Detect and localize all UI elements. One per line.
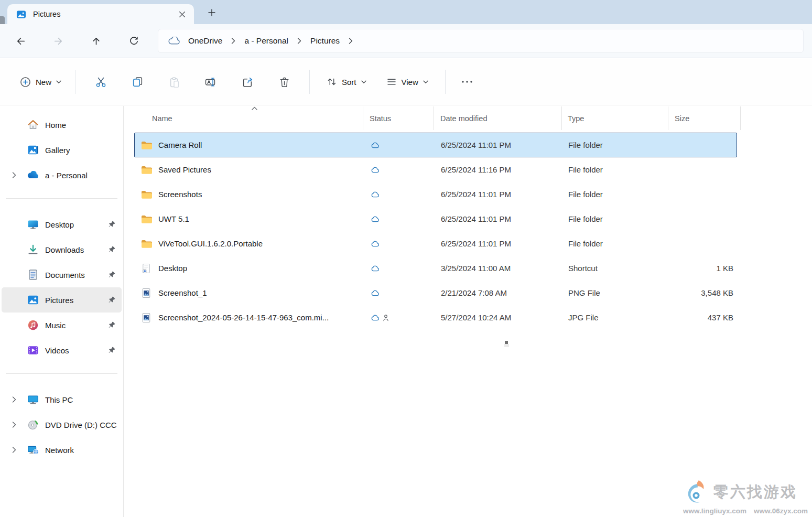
file-list-area: Name Status Date modified Type Size Came…	[124, 106, 812, 517]
downloads-icon	[27, 243, 39, 256]
column-header-status[interactable]: Status	[363, 106, 434, 130]
watermark: 零六找游戏 www.lingliuyx.com www.06zyx.com	[683, 479, 808, 515]
pushpin-icon	[108, 296, 116, 304]
see-more-button[interactable]	[456, 71, 479, 92]
column-header-name[interactable]: Name	[134, 106, 363, 130]
sidebar-item-label: Home	[45, 121, 66, 130]
image-file-icon	[141, 313, 153, 323]
sidebar-divider	[6, 373, 117, 374]
expand-chevron-icon[interactable]	[2, 172, 27, 178]
sidebar-item-gallery[interactable]: Gallery	[2, 137, 122, 163]
tab-pictures[interactable]: Pictures	[7, 4, 194, 24]
copy-button[interactable]	[125, 70, 150, 93]
sidebar-item-pictures[interactable]: Pictures	[2, 287, 122, 313]
cloud-status-icon	[371, 240, 380, 247]
pushpin-icon	[108, 346, 116, 354]
back-button[interactable]	[10, 31, 31, 51]
view-list-icon	[386, 77, 397, 87]
navigation-bar: OneDrive a - Personal Pictures	[0, 24, 812, 58]
up-button[interactable]	[85, 31, 106, 51]
plus-circle-icon	[20, 77, 31, 88]
tab-close-icon[interactable]	[175, 7, 189, 21]
watermark-logo	[683, 479, 710, 506]
sort-icon	[327, 77, 337, 87]
music-icon	[27, 319, 39, 331]
table-row[interactable]: Desktop 3/25/2024 11:00 AM Shortcut 1 KB	[134, 256, 737, 281]
forward-button[interactable]	[48, 31, 69, 51]
folder-icon	[141, 165, 153, 175]
sort-button-label: Sort	[342, 78, 356, 87]
paste-icon	[169, 77, 180, 88]
onedrive-cloud-icon	[168, 37, 180, 45]
expand-chevron-icon[interactable]	[2, 422, 27, 428]
sidebar-item-label: Pictures	[45, 296, 73, 305]
cut-button[interactable]	[88, 70, 113, 93]
column-header-type[interactable]: Type	[562, 106, 668, 130]
tab-bar: Pictures	[0, 0, 812, 24]
toolbar-divider	[445, 70, 446, 94]
table-row[interactable]: Screenshot_1 2/21/2024 7:08 AM PNG File …	[134, 281, 737, 305]
toolbar-divider	[309, 70, 310, 94]
expand-chevron-icon[interactable]	[2, 396, 27, 403]
chevron-down-icon	[423, 80, 428, 84]
chevron-right-icon	[349, 38, 353, 44]
sidebar-item-label: Videos	[45, 346, 69, 355]
table-row[interactable]: Saved Pictures 6/25/2024 11:16 PM File f…	[134, 157, 737, 182]
sort-button[interactable]: Sort	[320, 72, 373, 92]
breadcrumb-onedrive[interactable]: OneDrive	[184, 34, 226, 48]
table-row[interactable]: Screenshots 6/25/2024 11:01 PM File fold…	[134, 182, 737, 207]
sidebar-item-desktop[interactable]: Desktop	[2, 212, 122, 237]
sidebar-item-network[interactable]: Network	[2, 437, 122, 462]
cloud-status-icon	[371, 289, 380, 297]
shortcut-icon	[141, 263, 153, 274]
delete-button[interactable]	[272, 70, 297, 93]
toolbar-divider	[75, 70, 75, 94]
watermark-url-right: www.06zyx.com	[754, 507, 808, 515]
sidebar-item-downloads[interactable]: Downloads	[2, 237, 122, 262]
chevron-down-icon	[361, 80, 366, 84]
paste-button[interactable]	[161, 70, 187, 93]
new-button[interactable]: New	[13, 72, 68, 92]
cloud-status-icon	[371, 166, 380, 174]
watermark-title: 零六找游戏	[713, 482, 797, 503]
sidebar-item-label: Network	[45, 446, 74, 455]
pushpin-icon	[108, 321, 116, 329]
sidebar-item-label: Documents	[45, 271, 85, 279]
onedrive-icon	[27, 169, 39, 181]
pushpin-icon	[108, 220, 116, 228]
gallery-icon	[27, 144, 39, 156]
command-toolbar: New Sort View	[0, 59, 812, 105]
share-button[interactable]	[235, 70, 260, 93]
breadcrumb-personal[interactable]: a - Personal	[240, 34, 293, 48]
expand-chevron-icon[interactable]	[2, 447, 27, 453]
refresh-button[interactable]	[123, 31, 144, 51]
table-row[interactable]: ViVeTool.GUI.1.6.2.0.Portable 6/25/2024 …	[134, 231, 737, 256]
rename-button[interactable]	[198, 70, 223, 93]
sidebar-item-home[interactable]: Home	[2, 112, 122, 137]
cloud-status-icon	[371, 142, 380, 149]
sidebar-item-dvd-drive[interactable]: DVD Drive (D:) CCC	[2, 412, 122, 437]
new-tab-button[interactable]	[204, 5, 220, 20]
sidebar-item-documents[interactable]: Documents	[2, 262, 122, 287]
navigation-pane: Home Gallery a - Personal	[0, 106, 124, 517]
cloud-status-icon	[371, 265, 380, 272]
scissors-icon	[95, 77, 106, 88]
sidebar-item-onedrive-personal[interactable]: a - Personal	[2, 163, 122, 188]
file-rows: Camera Roll 6/25/2024 11:01 PM File fold…	[134, 133, 737, 330]
column-header-date-modified[interactable]: Date modified	[434, 106, 562, 130]
table-row[interactable]: Camera Roll 6/25/2024 11:01 PM File fold…	[134, 133, 737, 157]
view-button[interactable]: View	[380, 72, 435, 92]
table-row[interactable]: Screenshot_2024-05-26-14-15-47-963_com.m…	[134, 305, 737, 330]
sidebar-item-music[interactable]: Music	[2, 313, 122, 338]
home-icon	[27, 119, 39, 131]
breadcrumb-pictures[interactable]: Pictures	[306, 34, 344, 48]
image-file-icon	[141, 288, 153, 298]
sidebar-item-videos[interactable]: Videos	[2, 338, 122, 363]
folder-icon	[141, 140, 153, 150]
column-header-size[interactable]: Size	[668, 106, 741, 130]
watermark-url-left: www.lingliuyx.com	[683, 507, 746, 515]
sidebar-item-this-pc[interactable]: This PC	[2, 387, 122, 412]
trash-icon	[279, 77, 290, 88]
table-row[interactable]: UWT 5.1 6/25/2024 11:01 PM File folder	[134, 207, 737, 231]
rename-icon	[205, 77, 216, 88]
